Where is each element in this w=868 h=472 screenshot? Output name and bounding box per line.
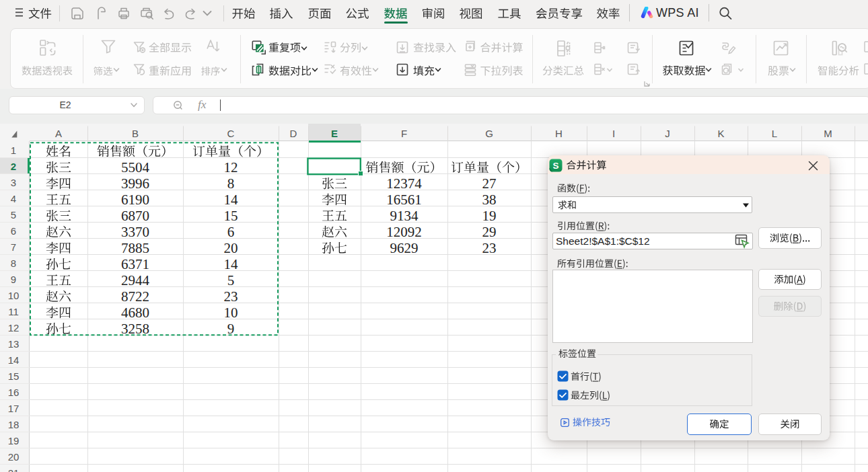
svg-text:S: S xyxy=(552,161,558,171)
